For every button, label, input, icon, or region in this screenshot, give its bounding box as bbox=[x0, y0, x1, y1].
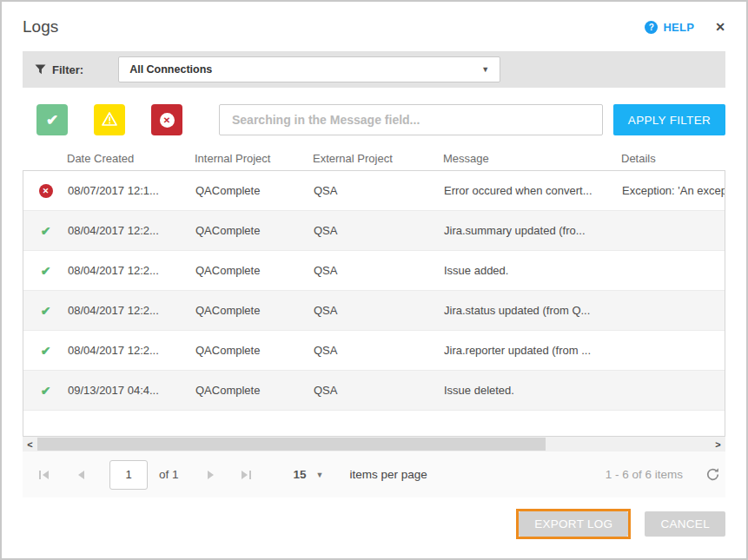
cell-date-created: 08/04/2017 12:2... bbox=[68, 304, 195, 317]
next-page-button[interactable] bbox=[207, 470, 215, 480]
scrollbar-thumb[interactable] bbox=[37, 438, 546, 451]
column-details[interactable]: Details bbox=[621, 152, 725, 165]
success-status-icon: ✔ bbox=[41, 264, 51, 278]
page-count-label: of 1 bbox=[159, 468, 179, 481]
column-message[interactable]: Message bbox=[443, 152, 621, 165]
cell-external-project: QSA bbox=[314, 264, 444, 277]
page-title: Logs bbox=[23, 17, 58, 36]
status-cell: ✔ bbox=[23, 304, 68, 318]
cell-internal-project: QAComplete bbox=[195, 224, 314, 237]
close-icon[interactable]: ✕ bbox=[715, 20, 725, 34]
status-cell: ✔ bbox=[23, 264, 68, 278]
status-cell: ✕ bbox=[23, 184, 68, 198]
cell-message: Jira.status updated (from Q... bbox=[444, 304, 622, 317]
success-status-icon: ✔ bbox=[41, 344, 51, 358]
table-row[interactable]: ✔ 08/04/2017 12:2... QAComplete QSA Jira… bbox=[23, 291, 725, 331]
status-cell: ✔ bbox=[23, 224, 68, 238]
table-row[interactable]: ✕ 08/07/2017 12:1... QAComplete QSA Erro… bbox=[23, 171, 725, 211]
page-size-dropdown[interactable]: 15 ▼ bbox=[294, 468, 324, 481]
table-row[interactable]: ✔ 08/04/2017 12:2... QAComplete QSA Issu… bbox=[23, 251, 725, 291]
filter-label: Filter: bbox=[52, 63, 83, 76]
cell-message: Issue added. bbox=[444, 264, 622, 277]
cell-date-created: 08/07/2017 12:1... bbox=[68, 184, 195, 197]
column-date-created[interactable]: Date Created bbox=[67, 152, 195, 165]
success-filter-button[interactable]: ✔ bbox=[36, 104, 68, 135]
table-row[interactable]: ✔ 08/04/2017 12:2... QAComplete QSA Jira… bbox=[23, 331, 725, 371]
horizontal-scrollbar[interactable]: < > bbox=[23, 437, 725, 451]
warning-filter-button[interactable] bbox=[94, 104, 125, 135]
status-cell: ✔ bbox=[23, 384, 68, 398]
connection-filter-dropdown[interactable]: All Connections ▼ bbox=[118, 56, 500, 82]
help-link[interactable]: ? HELP bbox=[645, 21, 694, 34]
cell-internal-project: QAComplete bbox=[195, 344, 314, 357]
table-header: Date Created Internal Project External P… bbox=[23, 147, 725, 170]
dialog-header: Logs ? HELP ✕ bbox=[2, 2, 746, 49]
log-table-body: ✕ 08/07/2017 12:1... QAComplete QSA Erro… bbox=[23, 170, 725, 437]
first-page-button[interactable] bbox=[38, 470, 50, 480]
warning-triangle-icon bbox=[101, 111, 118, 129]
cell-date-created: 08/04/2017 12:2... bbox=[68, 264, 195, 277]
help-label: HELP bbox=[663, 21, 694, 34]
cell-external-project: QSA bbox=[314, 304, 444, 317]
export-log-button[interactable]: EXPORT LOG bbox=[519, 511, 628, 537]
check-icon: ✔ bbox=[46, 111, 58, 129]
cell-message: Jira.reporter updated (from ... bbox=[444, 344, 622, 357]
scroll-right-icon[interactable]: > bbox=[711, 437, 725, 451]
error-filter-button[interactable]: ✕ bbox=[151, 104, 182, 135]
previous-page-button[interactable] bbox=[76, 470, 85, 480]
export-log-highlight: EXPORT LOG bbox=[516, 509, 631, 539]
success-status-icon: ✔ bbox=[41, 384, 51, 398]
cell-internal-project: QAComplete bbox=[195, 184, 314, 197]
cell-date-created: 09/13/2017 04:4... bbox=[68, 384, 195, 397]
refresh-icon[interactable] bbox=[705, 467, 720, 482]
cell-external-project: QSA bbox=[314, 184, 444, 197]
cell-external-project: QSA bbox=[314, 384, 444, 397]
table-row[interactable]: ✔ 09/13/2017 04:4... QAComplete QSA Issu… bbox=[23, 371, 725, 411]
success-status-icon: ✔ bbox=[41, 304, 51, 318]
cell-external-project: QSA bbox=[314, 344, 444, 357]
items-range-label: 1 - 6 of 6 items bbox=[606, 468, 683, 481]
chevron-down-icon: ▼ bbox=[481, 65, 489, 74]
error-circle-icon: ✕ bbox=[160, 113, 175, 128]
scroll-left-icon[interactable]: < bbox=[23, 437, 37, 451]
page-number-input[interactable] bbox=[109, 460, 148, 490]
cell-message: Error occured when convert... bbox=[444, 184, 622, 197]
dialog-footer: EXPORT LOG CANCEL bbox=[2, 497, 746, 539]
cell-details: Exception: 'An excep bbox=[622, 184, 725, 197]
column-external-project[interactable]: External Project bbox=[313, 152, 443, 165]
pager-bar: of 1 15 ▼ items per page 1 - 6 of 6 item… bbox=[23, 451, 725, 497]
column-internal-project[interactable]: Internal Project bbox=[195, 152, 313, 165]
cell-internal-project: QAComplete bbox=[195, 384, 314, 397]
cell-date-created: 08/04/2017 12:2... bbox=[68, 224, 195, 237]
cancel-button[interactable]: CANCEL bbox=[645, 511, 725, 537]
status-toolbar: ✔ ✕ APPLY FILTER bbox=[23, 104, 725, 135]
items-per-page-label: items per page bbox=[349, 468, 427, 481]
chevron-down-icon: ▼ bbox=[316, 471, 324, 479]
cell-external-project: QSA bbox=[314, 224, 444, 237]
cell-internal-project: QAComplete bbox=[195, 304, 314, 317]
cell-message: Jira.summary updated (fro... bbox=[444, 224, 622, 237]
help-icon: ? bbox=[645, 21, 658, 34]
error-status-icon: ✕ bbox=[39, 184, 53, 198]
search-input[interactable] bbox=[219, 104, 603, 135]
table-row[interactable]: ✔ 08/04/2017 12:2... QAComplete QSA Jira… bbox=[23, 211, 725, 251]
log-table: Date Created Internal Project External P… bbox=[23, 147, 725, 437]
cell-internal-project: QAComplete bbox=[195, 264, 314, 277]
logs-dialog: Logs ? HELP ✕ Filter: All Connections ▼ … bbox=[0, 0, 748, 560]
status-cell: ✔ bbox=[23, 344, 68, 358]
header-controls: ? HELP ✕ bbox=[645, 20, 725, 34]
cell-date-created: 08/04/2017 12:2... bbox=[68, 344, 195, 357]
filter-funnel-icon bbox=[35, 64, 46, 75]
connection-filter-value: All Connections bbox=[129, 63, 212, 76]
page-size-value: 15 bbox=[294, 468, 307, 481]
success-status-icon: ✔ bbox=[41, 224, 51, 238]
apply-filter-button[interactable]: APPLY FILTER bbox=[613, 104, 725, 135]
cell-message: Issue deleted. bbox=[444, 384, 622, 397]
filter-bar: Filter: All Connections ▼ bbox=[23, 51, 725, 88]
last-page-button[interactable] bbox=[240, 470, 252, 480]
